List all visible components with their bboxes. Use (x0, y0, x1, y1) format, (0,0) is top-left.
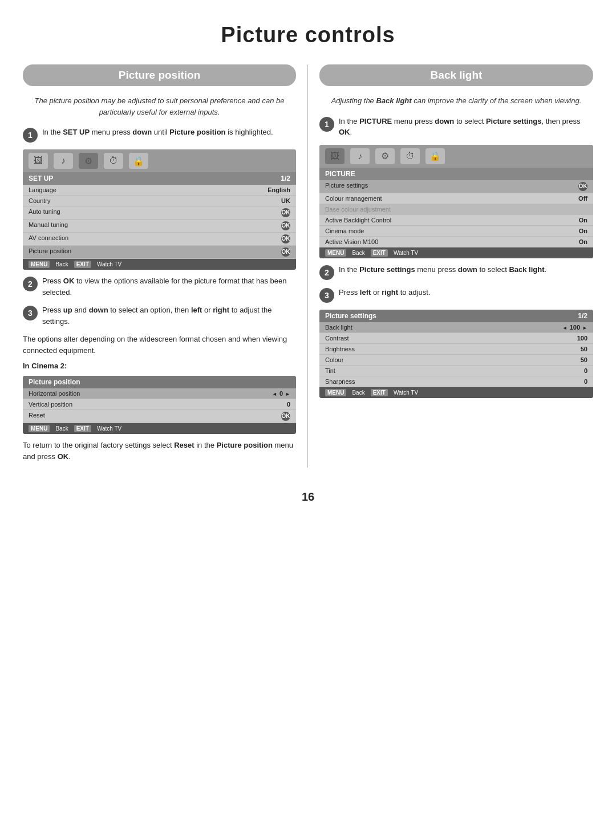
arrow-right-icon (285, 390, 290, 397)
left-section-header: Picture position (23, 64, 296, 86)
icon-clock: ⏱ (104, 153, 123, 169)
settings-row-brightness: Brightness 50 (319, 344, 593, 355)
icon-settings: ⚙ (375, 148, 395, 164)
settings-row-colour: Colour 50 (319, 355, 593, 366)
right-step-1-number: 1 (319, 117, 334, 132)
ok-icon: OK (281, 208, 290, 217)
setup-menu-screenshot: 🖼 ♪ ⚙ ⏱ 🔒 SET UP 1/2 Language English Co… (23, 149, 296, 270)
step-3-number: 3 (23, 306, 38, 320)
picture-row-backlight: Active Backlight Control On (319, 215, 593, 226)
setup-menu-page: 1/2 (281, 175, 290, 182)
left-column: Picture position The picture position ma… (17, 64, 308, 468)
horizontal-value: 0 (279, 390, 283, 397)
setup-row-language: Language English (23, 185, 296, 196)
icon-lock: 🔒 (129, 153, 148, 169)
position-menu-title-row: Picture position (23, 376, 296, 388)
settings-row-contrast: Contrast 100 (319, 333, 593, 344)
step-3-text: Press up and down to select an option, t… (42, 305, 296, 327)
setup-row-avconnection: AV connection OK (23, 233, 296, 246)
step-1-text: In the SET UP menu press down until Pict… (42, 127, 296, 138)
setup-row-pictureposition: Picture position OK (23, 246, 296, 259)
picture-position-menu-screenshot: Picture position Horizontal position 0 V… (23, 376, 296, 434)
position-menu-footer: MENU Back EXIT Watch TV (23, 423, 296, 434)
settings-menu-title: Picture settings (325, 312, 376, 320)
icon-picture: 🖼 (325, 148, 345, 164)
setup-menu-footer: MENU Back EXIT Watch TV (23, 259, 296, 270)
arrow-left-icon (272, 390, 277, 397)
right-intro: Adjusting the Back light can improve the… (319, 95, 593, 107)
picture-row-activevision: Active Vision M100 On (319, 237, 593, 247)
left-step-2: 2 Press OK to view the options available… (23, 275, 296, 298)
footer-watchtv-label: Watch TV (97, 261, 121, 267)
footer-note: To return to the original factory settin… (23, 440, 296, 462)
right-step-2-text: In the Picture settings menu press down … (339, 264, 593, 275)
picture-menu-footer: MENU Back EXIT Watch TV (319, 247, 593, 258)
setup-menu-title-row: SET UP 1/2 (23, 172, 296, 185)
menu-btn: MENU (325, 389, 346, 396)
settings-row-tint: Tint 0 (319, 366, 593, 376)
exit-btn: EXIT (74, 425, 91, 432)
left-note: The options alter depending on the wides… (23, 334, 296, 356)
step-2-text: Press OK to view the options available f… (42, 275, 296, 298)
left-step-1: 1 In the SET UP menu press down until Pi… (23, 127, 296, 143)
icon-music: ♪ (350, 148, 370, 164)
picture-menu-title: PICTURE (325, 170, 355, 178)
picture-row-base-colour: Base colour adjustment (319, 204, 593, 215)
arrow-right-icon (582, 324, 587, 331)
menu-btn: MENU (325, 249, 346, 257)
menu-icons-row: 🖼 ♪ ⚙ ⏱ 🔒 (23, 149, 296, 172)
settings-row-backlight: Back light 100 (319, 322, 593, 333)
picture-menu-screenshot: 🖼 ♪ ⚙ ⏱ 🔒 PICTURE Picture settings OK Co… (319, 145, 593, 258)
setup-row-country: Country UK (23, 196, 296, 206)
page-number: 16 (0, 468, 616, 515)
step-2-number: 2 (23, 277, 38, 291)
position-row-horizontal: Horizontal position 0 (23, 388, 296, 399)
icon-picture: 🖼 (29, 153, 48, 169)
icon-lock: 🔒 (425, 148, 445, 164)
picture-menu-icons-row: 🖼 ♪ ⚙ ⏱ 🔒 (319, 145, 593, 168)
ok-icon: OK (281, 412, 290, 421)
settings-menu-page: 1/2 (578, 312, 587, 320)
right-step-3: 3 Press left or right to adjust. (319, 287, 593, 303)
picture-settings-menu-screenshot: Picture settings 1/2 Back light 100 Cont… (319, 310, 593, 398)
footer-watchtv-label: Watch TV (97, 425, 121, 432)
settings-menu-footer: MENU Back EXIT Watch TV (319, 387, 593, 398)
ok-icon: OK (281, 247, 290, 257)
exit-btn: EXIT (371, 249, 388, 257)
setup-row-autotuning: Auto tuning OK (23, 206, 296, 220)
left-intro: The picture position may be adjusted to … (23, 95, 296, 117)
position-row-reset: Reset OK (23, 410, 296, 423)
right-step-3-number: 3 (319, 288, 334, 303)
position-menu-title: Picture position (29, 378, 80, 386)
position-row-vertical: Vertical position 0 (23, 399, 296, 410)
picture-menu-title-row: PICTURE (319, 168, 593, 180)
footer-back-label: Back (55, 261, 68, 267)
picture-row-settings: Picture settings OK (319, 180, 593, 193)
footer-back-label: Back (55, 425, 68, 432)
ok-icon: OK (281, 221, 290, 230)
exit-btn: EXIT (74, 261, 91, 268)
right-step-1: 1 In the PICTURE menu press down to sele… (319, 116, 593, 138)
footer-watchtv-label: Watch TV (394, 250, 418, 256)
right-step-2-number: 2 (319, 265, 334, 280)
backlight-value: 100 (570, 324, 580, 331)
footer-back-label: Back (352, 389, 364, 396)
menu-btn: MENU (29, 425, 50, 432)
icon-clock: ⏱ (400, 148, 420, 164)
settings-row-sharpness: Sharpness 0 (319, 376, 593, 387)
right-step-2: 2 In the Picture settings menu press dow… (319, 264, 593, 280)
picture-row-colour-mgmt: Colour management Off (319, 193, 593, 204)
exit-btn: EXIT (371, 389, 388, 396)
right-step-1-text: In the PICTURE menu press down to select… (339, 116, 593, 138)
ok-icon: OK (578, 182, 587, 191)
icon-settings: ⚙ (79, 153, 98, 169)
picture-row-cinema: Cinema mode On (319, 226, 593, 237)
setup-row-manualtuning: Manual tuning OK (23, 220, 296, 233)
footer-watchtv-label: Watch TV (394, 389, 418, 396)
cinema-label: In Cinema 2: (23, 362, 296, 370)
menu-btn: MENU (29, 261, 50, 268)
step-1-number: 1 (23, 128, 38, 143)
page-title: Picture controls (0, 0, 616, 64)
left-step-3: 3 Press up and down to select an option,… (23, 305, 296, 327)
icon-music: ♪ (54, 153, 73, 169)
